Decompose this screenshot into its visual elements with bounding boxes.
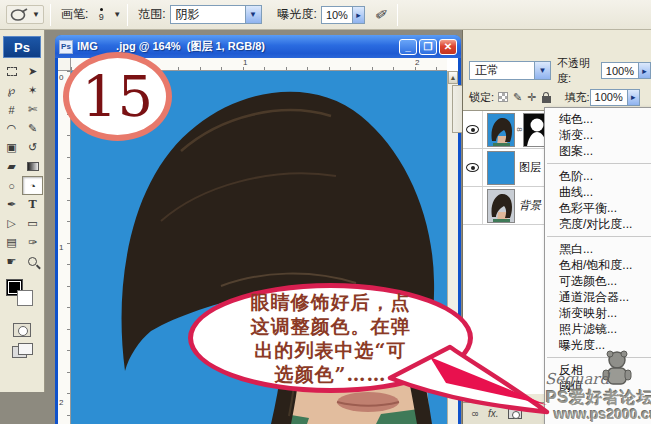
speech-bubble: 眼睛修饰好后，点 这调整颜色。在弹 出的列表中选“可 选颜色”…… xyxy=(188,283,473,393)
move-tool[interactable]: ➤ xyxy=(22,62,43,81)
menu-item[interactable]: 色彩平衡... xyxy=(545,200,651,216)
airbrush-toggle-icon[interactable]: ✐ xyxy=(373,5,389,25)
path-select-tool[interactable]: ▷ xyxy=(1,214,22,233)
burn-tool-preset[interactable]: ▼ xyxy=(6,5,44,24)
menu-separator xyxy=(547,357,651,358)
exposure-value: 10% xyxy=(322,9,352,21)
menu-item[interactable]: 可选颜色... xyxy=(545,273,651,289)
dodge-burn-tool-selected[interactable]: ◔ xyxy=(22,176,43,195)
eye-icon xyxy=(466,125,479,134)
ruler-mark: 1 xyxy=(59,243,63,252)
blend-mode-row: 正常 ▼ 不透明度: 100% ▸ xyxy=(463,57,651,84)
maximize-button[interactable]: ❐ xyxy=(419,39,437,55)
add-mask-icon[interactable] xyxy=(508,408,522,419)
menu-item[interactable]: 纯色... xyxy=(545,111,651,127)
visibility-cell[interactable] xyxy=(463,111,483,148)
mask-link-icon: 8 xyxy=(515,126,524,134)
lock-all-icon[interactable] xyxy=(542,96,551,103)
speech-line: 选颜色”…… xyxy=(275,362,387,386)
type-tool[interactable]: T xyxy=(22,195,43,214)
step-number-badge: 15 xyxy=(63,52,172,141)
layer-thumbnail-blue[interactable] xyxy=(487,151,515,185)
layer-thumbnail[interactable] xyxy=(487,189,515,223)
range-select[interactable]: 阴影 ▼ xyxy=(170,5,262,24)
menu-item[interactable]: 黑白... xyxy=(545,241,651,257)
brush-tip-icon xyxy=(100,8,103,11)
toolbox: Ps ➤ ℘ ✶ # ✄ ◠ ✎ ▣ ↺ ▰ ○ ◔ ✒ T ▷ ▭ ▤ ✑ ☛ xyxy=(0,30,45,392)
history-brush-tool[interactable]: ↺ xyxy=(22,138,43,157)
screen-mode-button[interactable] xyxy=(12,343,32,357)
gradient-icon xyxy=(27,162,39,171)
fill-label: 填充: xyxy=(565,90,590,105)
link-layers-icon[interactable]: 8 xyxy=(470,410,480,418)
menu-item[interactable]: 亮度/对比度... xyxy=(545,216,651,232)
chevron-right-icon[interactable]: ▸ xyxy=(627,90,639,105)
speech-line: 出的列表中选“可 xyxy=(255,338,407,362)
eyedropper-tool[interactable]: ✑ xyxy=(22,233,43,252)
menu-item[interactable]: 色阶... xyxy=(545,168,651,184)
quick-mask-button[interactable] xyxy=(13,323,31,337)
visibility-cell[interactable] xyxy=(463,149,483,186)
lock-paint-icon[interactable]: ✎ xyxy=(513,92,522,102)
gradient-tool[interactable] xyxy=(22,157,43,176)
blur-tool[interactable]: ○ xyxy=(1,176,22,195)
close-button[interactable]: ✕ xyxy=(439,39,457,55)
exposure-label: 曝光度: xyxy=(278,6,317,23)
menu-item[interactable]: 色相/饱和度... xyxy=(545,257,651,273)
tool-grid: ➤ ℘ ✶ # ✄ ◠ ✎ ▣ ↺ ▰ ○ ◔ ✒ T ▷ ▭ ▤ ✑ ☛ xyxy=(0,62,44,271)
notes-tool[interactable]: ▤ xyxy=(1,233,22,252)
menu-item[interactable]: 曲线... xyxy=(545,184,651,200)
hand-tool[interactable]: ☛ xyxy=(1,252,22,271)
crop-tool[interactable]: # xyxy=(1,100,22,119)
speech-line: 这调整颜色。在弹 xyxy=(251,314,411,338)
menu-item[interactable]: 照片滤镜... xyxy=(545,321,651,337)
shape-tool[interactable]: ▭ xyxy=(22,214,43,233)
slice-tool[interactable]: ✄ xyxy=(22,100,43,119)
lock-transparency-icon[interactable] xyxy=(498,92,508,102)
marquee-tool[interactable] xyxy=(1,62,22,81)
clone-stamp-tool[interactable]: ▣ xyxy=(1,138,22,157)
zoom-tool[interactable] xyxy=(22,252,43,271)
adjustment-layer-menu: 纯色... 渐变... 图案... 色阶... 曲线... 色彩平衡... 亮度… xyxy=(544,107,651,424)
tool-options-bar: ▼ 画笔: 9 ▼ 范围: 阴影 ▼ 曝光度: 10% ▸ ✐ xyxy=(0,0,651,30)
healing-brush-tool[interactable]: ◠ xyxy=(1,119,22,138)
blend-mode-value: 正常 xyxy=(470,62,534,79)
opacity-label: 不透明度: xyxy=(557,56,601,86)
ruler-left: 0 1 2 xyxy=(58,71,71,424)
eraser-tool[interactable]: ▰ xyxy=(1,157,22,176)
menu-item[interactable]: 通道混合器... xyxy=(545,289,651,305)
exposure-input[interactable]: 10% ▸ xyxy=(321,6,365,24)
layer-thumbnail[interactable] xyxy=(487,113,515,147)
background-color-swatch[interactable] xyxy=(17,290,33,306)
divider xyxy=(127,4,128,26)
opacity-input[interactable]: 100% ▸ xyxy=(601,62,651,79)
layer-style-icon[interactable]: fx. xyxy=(488,408,499,419)
lock-position-icon[interactable]: ✛ xyxy=(527,92,536,102)
brush-size: 9 xyxy=(99,13,104,21)
minimize-button[interactable]: _ xyxy=(399,39,417,55)
menu-item[interactable]: 渐变映射... xyxy=(545,305,651,321)
magic-wand-tool[interactable]: ✶ xyxy=(22,81,43,100)
brush-tool[interactable]: ✎ xyxy=(22,119,43,138)
scroll-up-icon[interactable]: ▲ xyxy=(448,71,458,84)
menu-separator xyxy=(547,236,651,237)
chevron-down-icon[interactable]: ▼ xyxy=(113,10,121,19)
pen-tool[interactable]: ✒ xyxy=(1,195,22,214)
menu-separator xyxy=(547,163,651,164)
blend-mode-select[interactable]: 正常 ▼ xyxy=(469,61,551,80)
menu-item[interactable]: 曝光度... xyxy=(545,337,651,353)
vertical-scrollbar[interactable]: ▲ xyxy=(447,71,458,424)
menu-item[interactable]: 反相 xyxy=(545,362,651,378)
fill-input[interactable]: 100% ▸ xyxy=(590,89,640,106)
menu-item[interactable]: 渐变... xyxy=(545,127,651,143)
divider xyxy=(397,4,398,26)
chevron-right-icon[interactable]: ▸ xyxy=(352,7,364,23)
menu-item[interactable]: 图案... xyxy=(545,143,651,159)
photoshop-logo[interactable]: Ps xyxy=(3,36,41,58)
brush-preview[interactable]: 9 xyxy=(92,8,110,21)
chevron-right-icon[interactable]: ▸ xyxy=(638,63,650,78)
lock-label: 锁定: xyxy=(469,90,494,105)
lasso-tool[interactable]: ℘ xyxy=(1,81,22,100)
visibility-cell-empty[interactable] xyxy=(463,187,483,224)
menu-item[interactable]: 阈值 xyxy=(545,378,651,394)
